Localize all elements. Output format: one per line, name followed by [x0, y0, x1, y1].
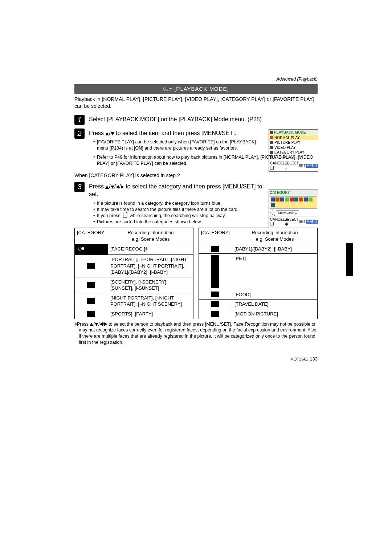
face-recog-icon — [75, 244, 108, 255]
bullet-item: [FAVORITE PLAY] can be selected only whe… — [93, 139, 263, 151]
normal-play-icon — [270, 136, 273, 139]
portrait-icon — [75, 255, 108, 277]
right-arrow-icon — [121, 185, 124, 189]
set-label: SET — [299, 220, 306, 224]
category-icon-grid — [270, 196, 317, 209]
category-table-right: [CATEGORY] Recording informatione.g. Sce… — [199, 228, 318, 319]
picture-play-icon — [270, 141, 273, 144]
page-title: [PLAYBACK MODE] — [174, 85, 229, 93]
page-title-bar: [PLAYBACK MODE] — [74, 84, 318, 94]
step-number-badge: 1 — [74, 115, 85, 125]
manual-page: Advanced (Playback) [PLAYBACK MODE] Play… — [74, 76, 318, 362]
section-header: Advanced (Playback) — [74, 76, 318, 82]
menu-set-badge: MENU — [306, 220, 318, 224]
text-fragment: Press — [89, 183, 105, 190]
page-footer: VQT2S62 133 — [74, 356, 318, 362]
down-arrow-icon — [111, 132, 114, 135]
table-row: [MOTION PICTURE] — [199, 309, 318, 319]
motion-picture-icon — [199, 309, 232, 319]
bullet-item: Refer to P49 for information about how t… — [93, 154, 318, 167]
trash-icon — [123, 213, 127, 218]
text-fragment: ] while searching, the searching will st… — [127, 213, 226, 218]
document-id: VQT2S62 — [291, 357, 308, 361]
scenery-icon — [75, 277, 108, 293]
text-fragment: Press — [89, 130, 105, 136]
table-row: [FACE RECOG.]¢ — [75, 244, 193, 255]
up-arrow-icon — [105, 132, 109, 135]
text-fragment: ¢Press — [74, 322, 90, 327]
text-fragment: to select the item and then press [MENU/… — [114, 130, 236, 136]
table-cell: [MOTION PICTURE] — [232, 309, 317, 319]
category-menu-screenshot: CATEGORY SEARCHING CANCEL SELECT SETMENU — [269, 190, 318, 228]
table-cell: [FOOD] — [232, 290, 317, 300]
table-cell: [NIGHT PORTRAIT], [i-NIGHT PORTRAIT], [i… — [108, 293, 193, 309]
table-cell: [SCENERY], [i-SCENERY], [SUNSET], [i-SUN… — [108, 277, 193, 293]
text-fragment: to select the person to playback and the… — [79, 322, 318, 345]
menu-item: VIDEO PLAY — [274, 145, 296, 150]
table-header: [CATEGORY] — [199, 228, 232, 244]
up-arrow-icon — [105, 186, 109, 189]
menu-item: PICTURE PLAY — [274, 140, 301, 145]
table-row: [SPORTS], [PARTY] — [75, 309, 193, 319]
table-cell: [PET] — [232, 254, 317, 290]
screenshot-title: PLAYBACK MODE — [274, 130, 306, 135]
select-label: SELECT — [285, 217, 299, 221]
menu-icon — [270, 131, 273, 134]
right-arrow-icon — [104, 322, 107, 326]
table-cell: [TRAVEL DATE] — [232, 300, 317, 309]
screenshot-title: CATEGORY — [270, 191, 290, 195]
bullet-item: Pictures are sorted into the categories … — [93, 219, 263, 225]
table-header: Recording informatione.g. Scene Modes — [232, 228, 317, 244]
menu-item: NORMAL PLAY — [274, 135, 300, 140]
food-icon — [199, 290, 232, 300]
table-row: [FOOD] — [199, 290, 318, 300]
text-fragment: to select the category and then press [M… — [89, 183, 262, 197]
step-1: 1 Select [PLAYBACK MODE] on the [PLAYBAC… — [74, 115, 318, 126]
subheading: When [CATEGORY PLAY] is selected in step… — [74, 172, 318, 179]
section-thumb-tab — [346, 243, 353, 276]
table-header: Recording informatione.g. Scene Modes — [108, 228, 193, 244]
table-row: [SCENERY], [i-SCENERY], [SUNSET], [i-SUN… — [75, 277, 193, 293]
category-table-left: [CATEGORY] Recording informatione.g. Sce… — [74, 228, 193, 319]
table-row: [BABY1]/[BABY2], [i-BABY] — [199, 244, 318, 254]
table-cell: [PORTRAIT], [i-PORTRAIT], [NIGHT PORTRAI… — [108, 255, 193, 277]
step-number-badge: 2 — [74, 129, 85, 139]
bullet-item: If you press [] while searching, the sea… — [93, 213, 263, 219]
searching-label: SEARCHING — [276, 210, 299, 215]
category-play-icon — [270, 151, 273, 154]
up-arrow-icon — [90, 323, 93, 326]
table-cell: [BABY1]/[BABY2], [i-BABY] — [232, 244, 317, 254]
sports-icon — [75, 309, 108, 319]
video-play-icon — [270, 146, 273, 149]
category-tables: [CATEGORY] Recording informatione.g. Sce… — [74, 228, 318, 319]
pet-icon — [199, 254, 232, 290]
baby-icon — [199, 244, 232, 254]
table-row: [PET] — [199, 254, 318, 290]
trash-icon — [270, 222, 274, 225]
playback-mode-icon — [163, 87, 172, 91]
step-title: Press /// to select the category and the… — [89, 183, 263, 198]
search-icon — [270, 211, 274, 215]
bullet-item: It may take time to search the picture f… — [93, 207, 263, 213]
left-arrow-icon — [99, 322, 103, 326]
down-arrow-icon — [111, 186, 114, 189]
step-bullet-list: If a picture is found in a category, the… — [89, 200, 263, 225]
step-bullet-list: Refer to P49 for information about how t… — [74, 154, 318, 167]
footnote: ¢Press /// to select the person to playb… — [74, 321, 318, 346]
step-bullet-list: [FAVORITE PLAY] can be selected only whe… — [89, 139, 263, 151]
travel-date-icon — [199, 300, 232, 309]
table-row: [TRAVEL DATE] — [199, 300, 318, 309]
step-number-badge: 3 — [74, 182, 85, 192]
down-arrow-icon — [95, 323, 98, 326]
text-fragment: If you press [ — [97, 213, 123, 218]
step-title: Select [PLAYBACK MODE] on the [PLAYBACK]… — [89, 115, 318, 123]
table-cell: [SPORTS], [PARTY] — [108, 309, 193, 319]
table-header: [CATEGORY] — [75, 228, 108, 244]
table-row: [PORTRAIT], [i-PORTRAIT], [NIGHT PORTRAI… — [75, 255, 193, 277]
intro-paragraph: Playback in [NORMAL PLAY], [PICTURE PLAY… — [74, 96, 318, 110]
cancel-label: CANCEL — [270, 217, 285, 221]
bullet-item: If a picture is found in a category, the… — [93, 200, 263, 207]
table-row: [NIGHT PORTRAIT], [i-NIGHT PORTRAIT], [i… — [75, 293, 193, 309]
step-title: Press / to select the item and then pres… — [89, 129, 263, 137]
dpad-icon — [285, 223, 289, 226]
